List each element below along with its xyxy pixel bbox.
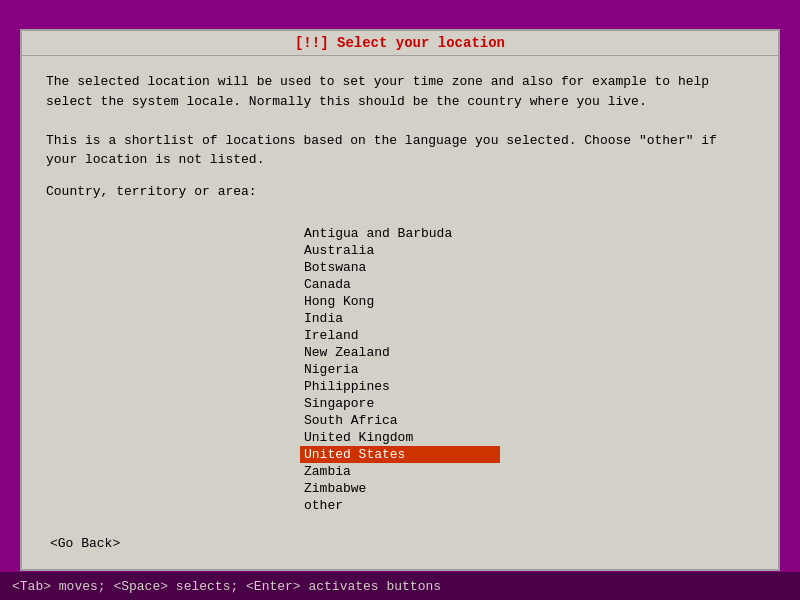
dialog: [!!] Select your location The selected l… — [20, 29, 780, 571]
list-item[interactable]: Australia — [300, 242, 500, 259]
statusbar: <Tab> moves; <Space> selects; <Enter> ac… — [0, 572, 800, 600]
list-container: Antigua and BarbudaAustraliaBotswanaCana… — [22, 225, 778, 514]
content: The selected location will be used to se… — [22, 56, 778, 225]
list-item[interactable]: New Zealand — [300, 344, 500, 361]
country-list[interactable]: Antigua and BarbudaAustraliaBotswanaCana… — [300, 225, 500, 514]
window-title: [!!] Select your location — [295, 35, 505, 51]
desc-line5: your location is not listed. — [46, 150, 754, 170]
list-item[interactable]: Zimbabwe — [300, 480, 500, 497]
list-item[interactable]: Canada — [300, 276, 500, 293]
country-label: Country, territory or area: — [46, 182, 754, 202]
outer-wrapper: [!!] Select your location The selected l… — [0, 0, 800, 600]
desc-line2: select the system locale. Normally this … — [46, 92, 754, 112]
list-item[interactable]: Botswana — [300, 259, 500, 276]
list-item[interactable]: Singapore — [300, 395, 500, 412]
list-item[interactable]: other — [300, 497, 500, 514]
list-item[interactable]: Ireland — [300, 327, 500, 344]
list-item[interactable]: Hong Kong — [300, 293, 500, 310]
statusbar-text: <Tab> moves; <Space> selects; <Enter> ac… — [12, 579, 441, 594]
description: The selected location will be used to se… — [46, 72, 754, 170]
list-item[interactable]: India — [300, 310, 500, 327]
buttons-area: <Go Back> — [22, 526, 778, 569]
desc-line1: The selected location will be used to se… — [46, 72, 754, 92]
list-item[interactable]: United States — [300, 446, 500, 463]
desc-line4: This is a shortlist of locations based o… — [46, 131, 754, 151]
title-bar: [!!] Select your location — [22, 31, 778, 56]
list-item[interactable]: Philippines — [300, 378, 500, 395]
go-back-button[interactable]: <Go Back> — [46, 534, 124, 553]
list-item[interactable]: Zambia — [300, 463, 500, 480]
desc-line3 — [46, 111, 754, 131]
list-item[interactable]: United Kingdom — [300, 429, 500, 446]
list-item[interactable]: Nigeria — [300, 361, 500, 378]
list-item[interactable]: South Africa — [300, 412, 500, 429]
list-item[interactable]: Antigua and Barbuda — [300, 225, 500, 242]
